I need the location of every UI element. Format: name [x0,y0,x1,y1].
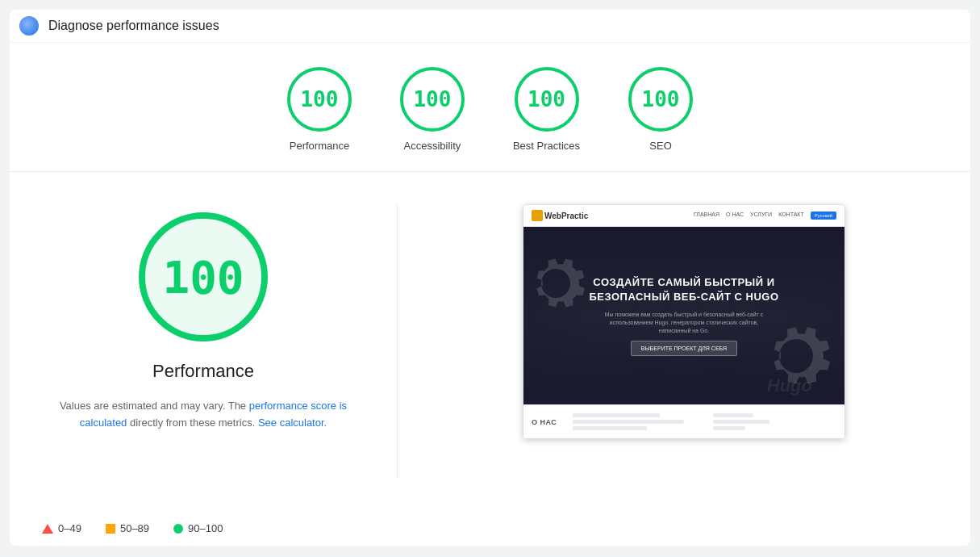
square-icon [106,524,115,534]
big-score-value: 100 [162,251,244,304]
score-circle-0[interactable]: 100 [287,67,352,132]
logo-text: WebPractic [544,211,588,220]
header-icon [19,16,39,36]
legend-item-red: 0–49 [42,522,81,534]
hero-cta-btn: ВЫБЕРИТЕ ПРОЕКТ ДЛЯ СЕБЯ [631,341,737,356]
footer-line-r3 [713,426,745,430]
screenshot-nav: WebPractic ГЛАВНАЯ О НАС УСЛУГИ КОНТАКТ … [523,205,844,227]
footer-line-r2 [713,420,769,424]
score-label-0: Performance [290,140,349,152]
footer-line-3 [573,426,647,430]
hugo-watermark: Hugo [767,375,812,396]
score-label-2: Best Practices [513,140,580,152]
legend-range-red: 0–49 [58,522,81,534]
calculator-link[interactable]: See calculator. [258,417,327,429]
screenshot-container: WebPractic ГЛАВНАЯ О НАС УСЛУГИ КОНТАКТ … [523,204,845,439]
nav-item-3: УСЛУГИ [750,211,772,220]
score-item-seo: 100 SEO [628,67,693,152]
big-score-title: Performance [152,361,254,382]
main-card: 100 Performance 100 Accessibility 100 Be… [10,43,970,546]
hero-text-main: СОЗДАЙТЕ САМЫЙ БЫСТРЫЙ И БЕЗОПАСНЫЙ ВЕБ-… [589,275,778,304]
score-num-1: 100 [413,87,451,111]
big-score-circle: 100 [139,212,268,341]
screenshot-footer: О НАС [523,404,844,438]
footer-line-2 [573,420,684,424]
page-wrapper: Diagnose performance issues 100 Performa… [0,0,980,557]
header-bar: Diagnose performance issues [10,10,970,42]
desc-text-1: Values are estimated and may vary. The [60,400,249,412]
nav-links: ГЛАВНАЯ О НАС УСЛУГИ КОНТАКТ Русский [694,211,836,220]
nav-item-1: ГЛАВНАЯ [694,211,719,220]
vertical-divider [397,204,398,479]
nav-btn: Русский [811,211,836,220]
hero-line2: БЕЗОПАСНЫЙ ВЕБ-САЙТ С HUGO [589,290,778,304]
screenshot-hero: Hugo СОЗДАЙТЕ САМЫЙ БЫСТРЫЙ И БЕЗОПАСНЫЙ… [523,227,844,404]
score-row: 100 Performance 100 Accessibility 100 Be… [10,43,970,172]
legend-row: 0–49 50–89 90–100 [10,511,970,546]
legend-item-orange: 50–89 [106,522,149,534]
legend-range-green: 90–100 [188,522,223,534]
legend-range-orange: 50–89 [120,522,149,534]
left-panel: 100 Performance Values are estimated and… [42,188,365,495]
score-item-performance: 100 Performance [287,67,352,152]
score-circle-1[interactable]: 100 [400,67,465,132]
nav-item-4: КОНТАКТ [778,211,804,220]
hero-line1: СОЗДАЙТЕ САМЫЙ БЫСТРЫЙ И [589,275,778,290]
footer-lines-right [713,413,836,430]
score-label-3: SEO [649,140,671,152]
screenshot-logo: WebPractic [532,210,588,221]
right-panel: WebPractic ГЛАВНАЯ О НАС УСЛУГИ КОНТАКТ … [430,188,938,495]
triangle-icon [42,524,53,534]
score-circle-3[interactable]: 100 [628,67,693,132]
footer-section-label: О НАС [532,418,557,426]
desc-text-2: directly from these metrics. [127,417,258,429]
content-area: 100 Performance Values are estimated and… [10,172,970,511]
score-num-3: 100 [642,87,680,111]
hero-text-sub: Мы поможем вам создать быстрый и безопас… [595,311,773,334]
score-num-0: 100 [300,87,338,111]
nav-item-2: О НАС [726,211,744,220]
circle-green-icon [173,524,183,534]
score-label-1: Accessibility [404,140,461,152]
page-title: Diagnose performance issues [48,19,219,33]
score-item-best-practices: 100 Best Practices [513,67,580,152]
footer-lines [573,413,696,430]
logo-icon [532,210,543,221]
score-item-accessibility: 100 Accessibility [400,67,465,152]
score-description: Values are estimated and may vary. The p… [50,398,357,432]
legend-item-green: 90–100 [173,522,223,534]
score-num-2: 100 [528,87,565,111]
score-circle-2[interactable]: 100 [515,67,579,132]
footer-line-1 [573,413,659,417]
footer-line-r1 [713,413,753,417]
